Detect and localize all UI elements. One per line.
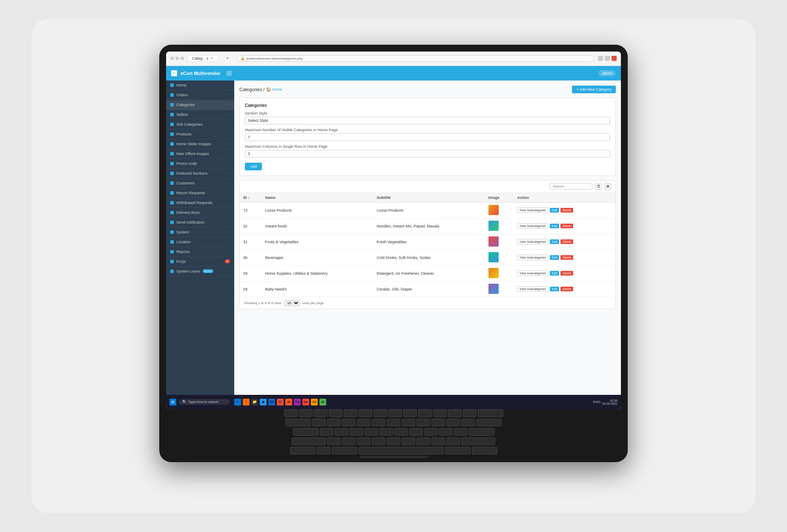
taskbar-app-10[interactable]: Xd xyxy=(311,399,318,405)
key-alt-right[interactable] xyxy=(445,447,471,454)
key[interactable] xyxy=(388,409,402,417)
key-ctrl[interactable] xyxy=(290,447,316,454)
delete-button[interactable]: Delete xyxy=(560,271,573,276)
key[interactable] xyxy=(314,409,327,417)
sidebar-item-delivery[interactable]: Delivery Boys xyxy=(166,208,234,218)
sidebar-item-orders[interactable]: Orders › xyxy=(166,90,234,100)
key[interactable] xyxy=(439,428,453,436)
taskbar-app-4[interactable]: ◆ xyxy=(260,399,267,405)
key-fn[interactable] xyxy=(317,447,330,454)
taskbar-app-11[interactable]: Ai xyxy=(319,399,326,405)
max-visible-input[interactable]: 7 xyxy=(245,133,610,141)
taskbar-app-5[interactable]: VS xyxy=(268,399,275,405)
menu-toggle-icon[interactable] xyxy=(227,71,232,76)
key[interactable] xyxy=(416,437,430,445)
taskbar-app-9[interactable]: Ae xyxy=(302,399,309,405)
key[interactable] xyxy=(448,409,462,417)
taskbar-firefox-icon[interactable]: f xyxy=(243,399,250,405)
key[interactable] xyxy=(463,409,477,417)
sidebar-item-location[interactable]: Location › xyxy=(166,237,234,247)
browser-minimize[interactable] xyxy=(598,56,603,61)
key[interactable] xyxy=(418,409,432,417)
key[interactable] xyxy=(403,409,417,417)
taskbar-explorer-icon[interactable]: 📁 xyxy=(251,399,258,405)
key[interactable] xyxy=(329,409,342,417)
view-subcategories-button[interactable]: View Subcategories xyxy=(517,255,549,260)
key-caps[interactable] xyxy=(293,428,319,436)
key[interactable] xyxy=(327,437,341,445)
section-style-select[interactable]: Select Style xyxy=(245,117,610,124)
edit-button[interactable]: Edit xyxy=(550,271,559,276)
col-name[interactable]: Name xyxy=(262,193,373,203)
browser-tab-close[interactable]: ✕ xyxy=(210,56,214,60)
key[interactable] xyxy=(350,428,363,436)
delete-button[interactable]: Delete xyxy=(560,287,573,291)
view-subcategories-button[interactable]: View Subcategories xyxy=(517,223,549,229)
sidebar-item-withdrawal[interactable]: Withdrawal Requests xyxy=(166,198,234,208)
browser-close[interactable] xyxy=(612,56,617,61)
edit-button[interactable]: Edit xyxy=(550,239,559,244)
key-shift-left[interactable] xyxy=(292,437,326,445)
max-columns-input[interactable]: 3 xyxy=(245,150,610,158)
key[interactable] xyxy=(387,419,400,426)
sidebar-item-sub-categories[interactable]: Sub Categories › xyxy=(166,120,234,129)
key-backspace[interactable] xyxy=(478,409,503,417)
delete-button[interactable]: Delete xyxy=(560,224,573,228)
add-category-button[interactable]: + Add New Category xyxy=(572,86,616,93)
key-ctrl-right[interactable] xyxy=(472,447,497,454)
sidebar-item-system-users[interactable]: System Users eLink xyxy=(166,267,234,276)
browser-url-bar[interactable]: 🔒 ecartmultivendor.team/categories.php xyxy=(237,55,595,62)
key[interactable] xyxy=(379,428,393,436)
key[interactable] xyxy=(342,419,356,426)
settings-add-button[interactable]: Add xyxy=(245,163,262,170)
view-subcategories-button[interactable]: View Subcategories xyxy=(517,286,549,292)
key[interactable] xyxy=(320,428,333,436)
col-id[interactable]: ID ↕ xyxy=(240,193,262,203)
browser-maximize[interactable] xyxy=(605,56,610,61)
sidebar-item-notification[interactable]: Send notification xyxy=(166,218,234,227)
taskbar-app-7[interactable]: Ai xyxy=(285,399,292,405)
view-subcategories-button[interactable]: View Subcategories xyxy=(517,270,549,276)
edit-button[interactable]: Edit xyxy=(550,255,559,260)
key[interactable] xyxy=(344,409,357,417)
edit-button[interactable]: Edit xyxy=(550,208,559,213)
key-shift-right[interactable] xyxy=(461,437,495,445)
key[interactable] xyxy=(394,428,408,436)
sidebar-item-return[interactable]: Return Requests xyxy=(166,188,234,198)
sidebar-item-products[interactable]: Products › xyxy=(166,129,234,139)
sidebar-item-sellers[interactable]: Sellers › xyxy=(166,110,234,120)
breadcrumb-home[interactable]: 🏠 Home xyxy=(266,87,282,92)
key-space[interactable] xyxy=(359,447,444,454)
sidebar-item-slider[interactable]: Home Slider Images › xyxy=(166,139,234,149)
delete-button[interactable]: Delete xyxy=(560,255,573,260)
windows-start-button[interactable]: ⊞ xyxy=(169,399,176,405)
key[interactable] xyxy=(431,419,445,426)
taskbar-edge-icon[interactable]: e xyxy=(234,399,241,405)
sidebar-item-promo[interactable]: Promo code › xyxy=(166,159,234,169)
key[interactable] xyxy=(359,409,372,417)
key[interactable] xyxy=(431,437,445,445)
new-tab-button[interactable]: + xyxy=(222,55,233,62)
key-alt[interactable] xyxy=(332,447,357,454)
key[interactable] xyxy=(372,437,385,445)
key[interactable] xyxy=(424,428,438,436)
key[interactable] xyxy=(335,428,348,436)
key[interactable] xyxy=(372,419,385,426)
sidebar-item-reports[interactable]: Reports › xyxy=(166,247,234,257)
table-search-input[interactable] xyxy=(550,183,592,190)
key[interactable] xyxy=(402,437,415,445)
delete-button[interactable]: Delete xyxy=(560,208,573,213)
key[interactable] xyxy=(312,419,326,426)
key[interactable] xyxy=(461,419,475,426)
view-subcategories-button[interactable]: View Subcategories xyxy=(517,239,549,244)
key-enter[interactable] xyxy=(476,419,502,426)
key[interactable] xyxy=(446,419,460,426)
taskbar-app-8[interactable]: Ps xyxy=(294,399,301,405)
key[interactable] xyxy=(365,428,378,436)
edit-button[interactable]: Edit xyxy=(550,287,559,291)
key-enter-2[interactable] xyxy=(469,428,494,436)
taskbar-app-6[interactable]: O xyxy=(277,399,284,405)
touchpad[interactable] xyxy=(359,456,428,458)
key[interactable] xyxy=(402,419,415,426)
key[interactable] xyxy=(433,409,447,417)
